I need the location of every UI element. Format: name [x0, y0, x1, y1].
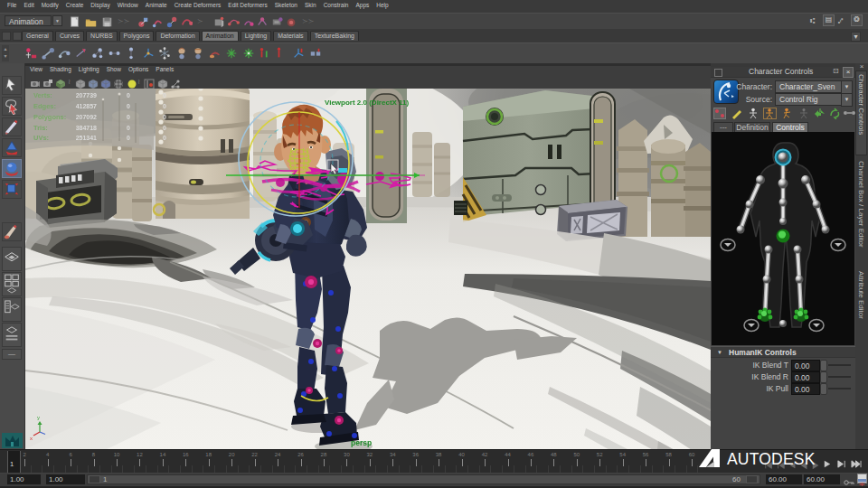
svg-text:0: 0 — [163, 92, 166, 99]
svg-text:x: x — [30, 436, 33, 441]
svg-text:0: 0 — [127, 125, 130, 131]
svg-text:0: 0 — [163, 103, 166, 109]
svg-text:Polygons:: Polygons: — [33, 113, 66, 121]
svg-text:y: y — [37, 415, 40, 420]
svg-text:0: 0 — [127, 92, 130, 99]
svg-text:0: 0 — [127, 103, 130, 109]
svg-text:Tris:: Tris: — [33, 124, 48, 132]
svg-text:207092: 207092 — [76, 114, 97, 120]
svg-text:Verts:: Verts: — [33, 91, 52, 99]
svg-text:AUTODESK: AUTODESK — [727, 450, 816, 468]
svg-text:Edges:: Edges: — [33, 102, 56, 110]
svg-text:384718: 384718 — [76, 125, 97, 131]
svg-text:0: 0 — [127, 114, 130, 120]
svg-text:0: 0 — [163, 114, 166, 120]
svg-text:0: 0 — [127, 135, 130, 141]
svg-text:0: 0 — [163, 135, 166, 141]
svg-text:251341: 251341 — [76, 135, 97, 141]
svg-text:UVs:: UVs: — [33, 134, 49, 142]
svg-text:persp: persp — [351, 438, 372, 447]
svg-text:412857: 412857 — [76, 103, 97, 109]
svg-text:0: 0 — [163, 125, 166, 131]
svg-text:207739: 207739 — [76, 92, 97, 99]
svg-text:Viewport 2.0 (DirectX 11): Viewport 2.0 (DirectX 11) — [325, 99, 410, 107]
